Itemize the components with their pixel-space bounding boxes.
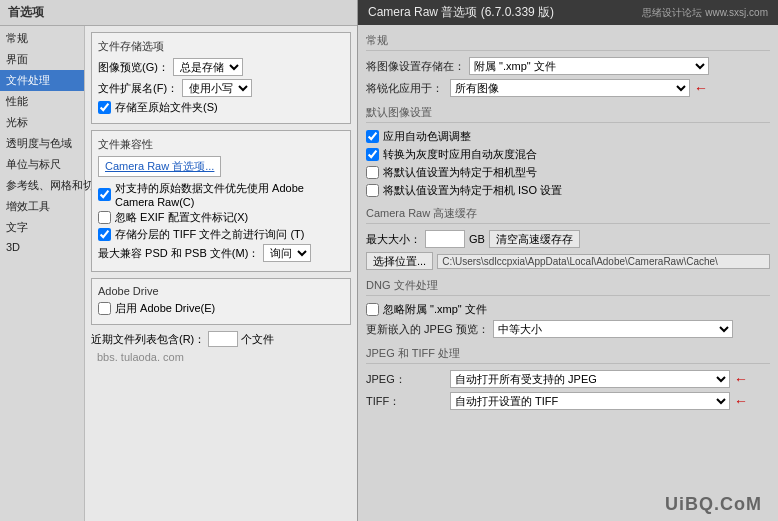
compat-cb1[interactable]	[98, 188, 111, 201]
save-settings-select[interactable]: 附属 ".xmp" 文件	[469, 57, 709, 75]
r-cb3-label: 将默认值设置为特定于相机型号	[383, 165, 537, 180]
r-dng-jpeg-select[interactable]: 中等大小	[493, 320, 733, 338]
left-main: 文件存储选项 图像预览(G)： 总是存储 文件扩展名(F)： 使用小写 存储至原…	[85, 26, 357, 521]
apply-sharp-row: 将锐化应用于： 所有图像 ←	[366, 79, 770, 97]
r-general-title: 常规	[366, 33, 770, 51]
save-settings-label: 将图像设置存储在：	[366, 59, 465, 74]
r-cb2[interactable]	[366, 148, 379, 161]
compat-cb1-row: 对支持的原始数据文件优先使用 Adobe Camera Raw(C)	[98, 181, 344, 208]
adobe-drive-section: Adobe Drive 启用 Adobe Drive(E)	[91, 278, 351, 325]
apply-sharp-select[interactable]: 所有图像	[450, 79, 690, 97]
r-tiff-label: TIFF：	[366, 394, 446, 409]
r-select-location-button[interactable]: 选择位置...	[366, 252, 433, 270]
adobe-drive-row: 启用 Adobe Drive(E)	[98, 301, 344, 316]
r-cb1-row: 应用自动色调调整	[366, 129, 770, 144]
adobe-drive-label: 启用 Adobe Drive(E)	[115, 301, 215, 316]
psb-select[interactable]: 询问	[263, 244, 311, 262]
r-cache-title: Camera Raw 高速缓存	[366, 206, 770, 224]
r-cache-path-row: 选择位置... C:\Users\sdlccpxia\AppData\Local…	[366, 252, 770, 270]
file-compat-section: 文件兼容性 Camera Raw 首选项... 对支持的原始数据文件优先使用 A…	[91, 130, 351, 272]
right-content: 常规 将图像设置存储在： 附属 ".xmp" 文件 将锐化应用于： 所有图像 ←…	[358, 25, 778, 521]
apply-sharp-arrow: ←	[694, 80, 708, 96]
compat-cb1-label: 对支持的原始数据文件优先使用 Adobe Camera Raw(C)	[115, 181, 344, 208]
psb-label: 最大兼容 PSD 和 PSB 文件(M)：	[98, 246, 259, 261]
left-watermark: bbs. tulaoda. com	[91, 347, 351, 367]
compat-cb2-label: 忽略 EXIF 配置文件标记(X)	[115, 210, 248, 225]
r-cache-unit: GB	[469, 233, 485, 245]
recent-label: 近期文件列表包含(R)：	[91, 333, 205, 345]
r-cb4[interactable]	[366, 184, 379, 197]
nav-guides[interactable]: 参考线、网格和切片	[0, 175, 84, 196]
adobe-drive-title: Adobe Drive	[98, 285, 344, 297]
nav-interface[interactable]: 界面	[0, 49, 84, 70]
camera-raw-prefs-button[interactable]: Camera Raw 首选项...	[98, 156, 221, 177]
uibq-watermark: UiBQ.CoM	[665, 494, 762, 515]
r-dng-cb1-label: 忽略附属 ".xmp" 文件	[383, 302, 487, 317]
nav-cursors[interactable]: 光标	[0, 112, 84, 133]
r-cache-size-input[interactable]: 1.0	[425, 230, 465, 248]
image-preview-row: 图像预览(G)： 总是存储	[98, 58, 344, 76]
save-original-label: 存储至原始文件夹(S)	[115, 100, 218, 115]
left-content: 常规 界面 文件处理 性能 光标 透明度与色域 单位与标尺 参考线、网格和切片 …	[0, 26, 357, 521]
r-cb2-row: 转换为灰度时应用自动灰度混合	[366, 147, 770, 162]
nav-file-handling[interactable]: 文件处理	[0, 70, 84, 91]
left-panel-title: 首选项	[0, 0, 357, 26]
r-cb4-row: 将默认值设置为特定于相机 ISO 设置	[366, 183, 770, 198]
r-jpeg-tiff-section: JPEG 和 TIFF 处理 JPEG： 自动打开所有受支持的 JPEG ← T…	[366, 346, 770, 410]
recent-row: 近期文件列表包含(R)： 10 个文件	[91, 331, 351, 347]
r-cb3-row: 将默认值设置为特定于相机型号	[366, 165, 770, 180]
save-original-row: 存储至原始文件夹(S)	[98, 100, 344, 115]
r-dng-cb1-row: 忽略附属 ".xmp" 文件	[366, 302, 770, 317]
nav-performance[interactable]: 性能	[0, 91, 84, 112]
compat-cb2[interactable]	[98, 211, 111, 224]
r-cb4-label: 将默认值设置为特定于相机 ISO 设置	[383, 183, 562, 198]
r-tiff-arrow: ←	[734, 393, 748, 409]
forum-link: 思绪设计论坛 www.sxsj.com	[642, 6, 768, 20]
save-original-checkbox[interactable]	[98, 101, 111, 114]
r-cb2-label: 转换为灰度时应用自动灰度混合	[383, 147, 537, 162]
r-jpeg-row: JPEG： 自动打开所有受支持的 JPEG ←	[366, 370, 770, 388]
r-dng-jpeg-row: 更新嵌入的 JPEG 预览： 中等大小	[366, 320, 770, 338]
nav-3d[interactable]: 3D	[0, 238, 84, 256]
file-compat-title: 文件兼容性	[98, 137, 344, 152]
compat-cb2-row: 忽略 EXIF 配置文件标记(X)	[98, 210, 344, 225]
file-extension-label: 文件扩展名(F)：	[98, 81, 178, 96]
r-dng-jpeg-label: 更新嵌入的 JPEG 预览：	[366, 322, 489, 337]
r-clear-cache-button[interactable]: 清空高速缓存存	[489, 230, 580, 248]
adobe-drive-checkbox[interactable]	[98, 302, 111, 315]
compat-cb3-row: 存储分层的 TIFF 文件之前进行询问 (T)	[98, 227, 344, 242]
r-jpeg-select[interactable]: 自动打开所有受支持的 JPEG	[450, 370, 730, 388]
r-cache-path: C:\Users\sdlccpxia\AppData\Local\Adobe\C…	[437, 254, 770, 269]
r-default-image-title: 默认图像设置	[366, 105, 770, 123]
r-cache-section: Camera Raw 高速缓存 最大大小： 1.0 GB 清空高速缓存存 选择位…	[366, 206, 770, 270]
right-header-title: Camera Raw 普选项 (6.7.0.339 版)	[368, 4, 554, 21]
nav-general[interactable]: 常规	[0, 28, 84, 49]
nav-transparency[interactable]: 透明度与色域	[0, 133, 84, 154]
right-panel: Camera Raw 普选项 (6.7.0.339 版) 思绪设计论坛 www.…	[358, 0, 778, 521]
r-jpeg-arrow: ←	[734, 371, 748, 387]
image-preview-select[interactable]: 总是存储	[173, 58, 243, 76]
nav-units[interactable]: 单位与标尺	[0, 154, 84, 175]
file-saving-section: 文件存储选项 图像预览(G)： 总是存储 文件扩展名(F)： 使用小写 存储至原…	[91, 32, 351, 124]
save-settings-row: 将图像设置存储在： 附属 ".xmp" 文件	[366, 57, 770, 75]
right-header: Camera Raw 普选项 (6.7.0.339 版) 思绪设计论坛 www.…	[358, 0, 778, 25]
file-extension-select[interactable]: 使用小写	[182, 79, 252, 97]
r-cb3[interactable]	[366, 166, 379, 179]
left-nav: 常规 界面 文件处理 性能 光标 透明度与色域 单位与标尺 参考线、网格和切片 …	[0, 26, 85, 521]
file-extension-row: 文件扩展名(F)： 使用小写	[98, 79, 344, 97]
compat-cb3[interactable]	[98, 228, 111, 241]
r-tiff-row: TIFF： 自动打开设置的 TIFF ←	[366, 392, 770, 410]
r-dng-cb1[interactable]	[366, 303, 379, 316]
r-jpeg-tiff-title: JPEG 和 TIFF 处理	[366, 346, 770, 364]
apply-sharp-label: 将锐化应用于：	[366, 81, 446, 96]
image-preview-label: 图像预览(G)：	[98, 60, 169, 75]
nav-text[interactable]: 文字	[0, 217, 84, 238]
r-cache-size-row: 最大大小： 1.0 GB 清空高速缓存存	[366, 230, 770, 248]
recent-count-input[interactable]: 10	[208, 331, 238, 347]
r-tiff-select[interactable]: 自动打开设置的 TIFF	[450, 392, 730, 410]
r-cb1-label: 应用自动色调调整	[383, 129, 471, 144]
r-cb1[interactable]	[366, 130, 379, 143]
psb-row: 最大兼容 PSD 和 PSB 文件(M)： 询问	[98, 244, 344, 262]
r-default-image-section: 默认图像设置 应用自动色调调整 转换为灰度时应用自动灰度混合 将默认值设置为特定…	[366, 105, 770, 198]
nav-plugins[interactable]: 增效工具	[0, 196, 84, 217]
